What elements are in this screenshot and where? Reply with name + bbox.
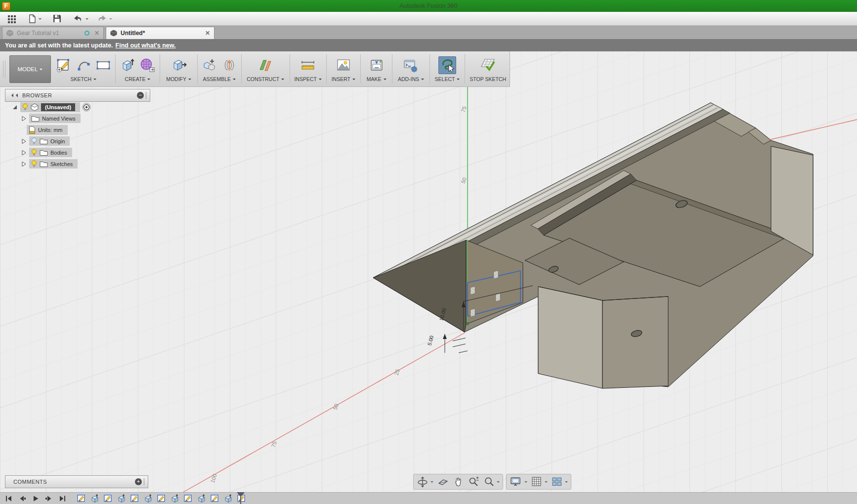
orbit-icon[interactable]: [416, 475, 434, 488]
expand-triangle-icon[interactable]: [21, 161, 27, 167]
stop-sketch-button[interactable]: STOP SKETCH: [470, 76, 506, 82]
app-grid-icon[interactable]: [7, 14, 17, 24]
toolbar-group-insert: INSERT: [327, 51, 359, 86]
visibility-bulb-icon[interactable]: [31, 160, 37, 168]
close-tab-icon[interactable]: ✕: [94, 30, 99, 37]
timeline-feature[interactable]: [77, 494, 86, 503]
rectangle-tool-icon[interactable]: [94, 56, 112, 74]
toolbar-group-label[interactable]: MAKE: [367, 76, 386, 82]
timeline-feature[interactable]: [104, 494, 112, 503]
toolbar-group-label[interactable]: ASSEMBLE: [203, 76, 236, 82]
tab-gear-tutorial[interactable]: Gear Tutorial v1 ✕: [2, 27, 104, 39]
panel-minus-icon[interactable]: −: [137, 92, 144, 99]
timeline-feature[interactable]: [157, 494, 166, 503]
toolbar-group-sketch: SKETCH: [53, 51, 114, 86]
arc-tool-icon[interactable]: [75, 56, 92, 74]
expand-triangle-icon[interactable]: [21, 150, 27, 156]
create-sketch-icon[interactable]: [55, 56, 73, 74]
browser-panel-title: BROWSER: [22, 92, 137, 98]
expand-triangle-icon[interactable]: [12, 104, 18, 110]
toolbar-group-modify: MODIFY: [161, 51, 196, 86]
skip-to-end-button[interactable]: [58, 495, 66, 503]
toolbar-group-label[interactable]: INSPECT: [294, 76, 322, 82]
toolbar-group-label[interactable]: CONSTRUCT: [247, 76, 284, 82]
timeline-feature[interactable]: [224, 494, 232, 503]
toolbar-grip[interactable]: [3, 61, 5, 78]
panel-grip[interactable]: [144, 478, 145, 485]
visibility-bulb-icon[interactable]: [31, 137, 37, 145]
press-pull-icon[interactable]: [170, 56, 188, 74]
browser-row-sketches[interactable]: Sketches: [18, 159, 93, 169]
timeline-feature[interactable]: [184, 494, 192, 503]
sketch-origin-point[interactable]: [466, 322, 469, 325]
toolbar-group-label[interactable]: ADD-INS: [398, 76, 424, 82]
comments-panel-header[interactable]: COMMENTS +: [5, 475, 148, 488]
panel-grip[interactable]: [146, 92, 147, 99]
stop-sketch-icon[interactable]: [479, 56, 497, 74]
save-button[interactable]: [52, 14, 62, 23]
toolbar-group-label[interactable]: CREATE: [125, 76, 151, 82]
joint-icon[interactable]: [220, 56, 238, 74]
pan-icon[interactable]: [451, 475, 465, 488]
fit-icon[interactable]: [482, 475, 501, 488]
collapse-panel-icon[interactable]: [9, 93, 18, 97]
toolbar-group-label[interactable]: MODIFY: [166, 76, 191, 82]
timeline-feature[interactable]: [90, 494, 99, 503]
browser-tree: (Unsaved) Named Views Units: mm Origin: [5, 102, 93, 170]
toolbar-group-label[interactable]: INSERT: [332, 76, 355, 82]
timeline-feature[interactable]: [144, 494, 152, 503]
root-component-label[interactable]: (Unsaved): [41, 103, 75, 111]
browser-row-bodies[interactable]: Bodies: [18, 147, 93, 158]
visibility-bulb-icon[interactable]: [31, 149, 37, 156]
visibility-bulb-icon[interactable]: [22, 103, 28, 111]
units-document-icon: [29, 126, 36, 134]
browser-row-named-views[interactable]: Named Views: [18, 113, 93, 124]
close-tab-icon[interactable]: ✕: [205, 30, 210, 37]
sync-status-icon: [85, 31, 89, 36]
toolbar-group-create: CREATE: [117, 51, 159, 86]
skip-to-start-button[interactable]: [5, 495, 13, 503]
look-at-icon[interactable]: [436, 475, 450, 488]
display-settings-icon[interactable]: [509, 475, 528, 488]
new-component-icon[interactable]: [201, 56, 218, 74]
timeline-feature[interactable]: [197, 494, 206, 503]
redo-button[interactable]: [96, 14, 112, 23]
grid-and-snaps-icon[interactable]: [530, 475, 549, 488]
timeline-feature[interactable]: [117, 494, 126, 503]
toolbar-group-assemble: ASSEMBLE: [199, 51, 240, 86]
insert-image-icon[interactable]: [335, 56, 352, 74]
add-comment-icon[interactable]: +: [135, 478, 142, 485]
timeline-feature[interactable]: [211, 494, 219, 503]
browser-row-units[interactable]: Units: mm: [27, 125, 93, 135]
step-back-button[interactable]: [18, 495, 26, 503]
toolbar-group-label[interactable]: SELECT: [435, 76, 460, 82]
browser-row-root[interactable]: (Unsaved): [9, 102, 93, 112]
workspace-selector[interactable]: MODEL: [9, 55, 51, 83]
zoom-icon[interactable]: [467, 475, 480, 488]
viewports-icon[interactable]: [550, 475, 569, 488]
timeline-playhead[interactable]: [236, 492, 246, 504]
browser-row-origin[interactable]: Origin: [18, 136, 93, 146]
scripts-addins-icon[interactable]: [402, 56, 420, 74]
tab-untitled[interactable]: Untitled* ✕: [106, 27, 214, 39]
measure-icon[interactable]: [299, 56, 317, 74]
construction-plane-icon[interactable]: [257, 56, 274, 74]
expand-triangle-icon[interactable]: [21, 116, 27, 122]
step-forward-button[interactable]: [45, 495, 53, 503]
browser-panel-header[interactable]: BROWSER −: [5, 89, 150, 102]
expand-triangle-icon[interactable]: [21, 138, 27, 144]
timeline-feature[interactable]: [130, 494, 139, 503]
select-lasso-icon[interactable]: [438, 56, 456, 74]
document-cube-icon: [6, 30, 13, 37]
create-form-icon[interactable]: [138, 56, 156, 74]
activate-component-icon[interactable]: [82, 103, 91, 112]
3d-print-icon[interactable]: [368, 56, 386, 74]
toolbar-group-construct: CONSTRUCT: [243, 51, 289, 86]
undo-button[interactable]: [73, 14, 88, 23]
extrude-icon[interactable]: [119, 56, 136, 74]
file-menu-button[interactable]: [28, 14, 42, 24]
whats-new-link[interactable]: Find out what's new.: [116, 42, 176, 49]
timeline-feature[interactable]: [171, 494, 179, 503]
toolbar-group-label[interactable]: SKETCH: [70, 76, 96, 82]
play-button[interactable]: [32, 495, 40, 503]
